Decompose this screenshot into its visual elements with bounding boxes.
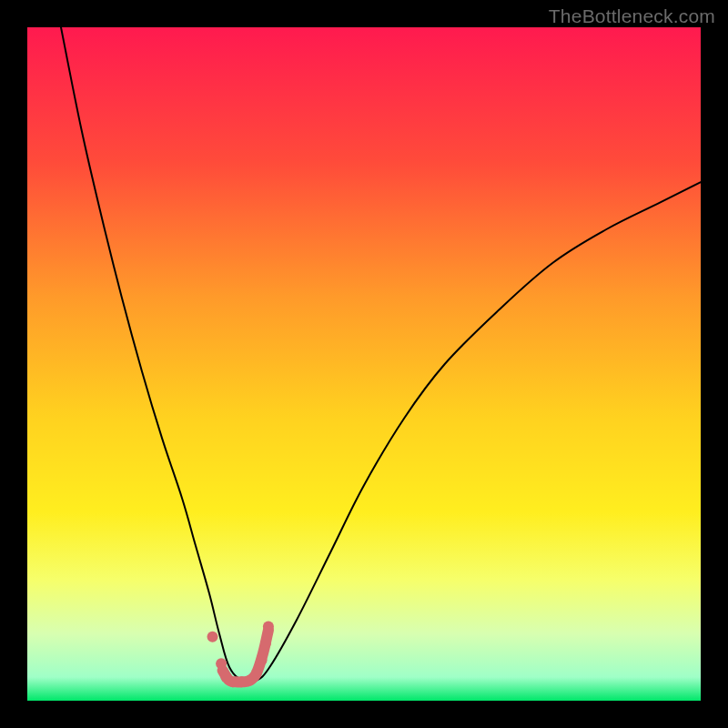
valley-marker-dots-point <box>207 632 218 642</box>
chart-svg <box>27 27 701 701</box>
chart-frame: TheBottleneck.com <box>0 0 728 728</box>
gradient-background <box>27 27 701 701</box>
plot-area <box>27 27 701 701</box>
watermark-label: TheBottleneck.com <box>549 5 715 27</box>
